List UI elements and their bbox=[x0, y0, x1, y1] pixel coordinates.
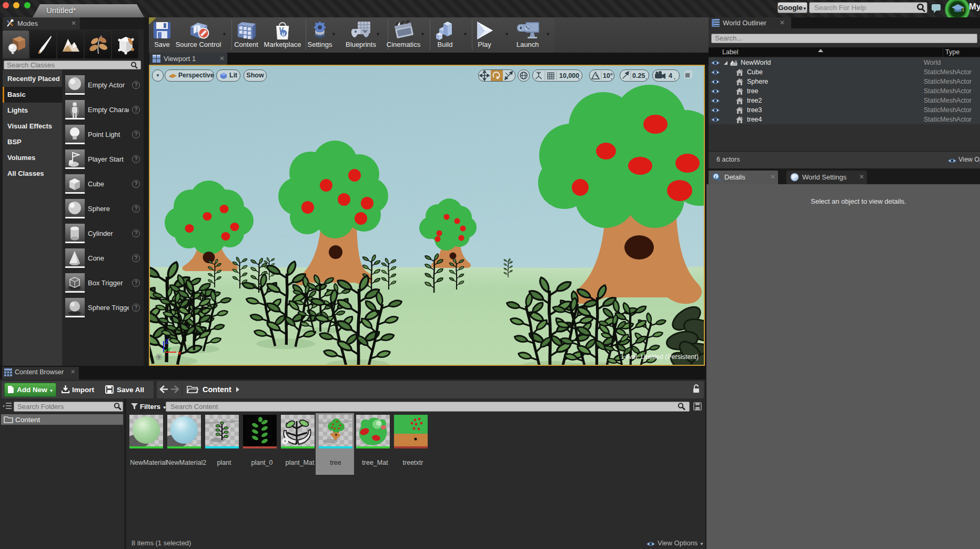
svg-text:10°: 10° bbox=[603, 72, 613, 79]
svg-text:x: x bbox=[178, 350, 181, 356]
svg-text:10,000: 10,000 bbox=[559, 72, 579, 79]
svg-text:Level: Untitled (Persistent): Level: Untitled (Persistent) bbox=[621, 353, 699, 361]
svg-text:Y: Y bbox=[167, 346, 171, 353]
svg-text:u: u bbox=[282, 31, 285, 37]
svg-text:4: 4 bbox=[669, 72, 672, 79]
svg-text:0.25: 0.25 bbox=[632, 72, 645, 79]
svg-text:Z: Z bbox=[165, 338, 169, 345]
svg-text:?: ? bbox=[157, 355, 160, 360]
